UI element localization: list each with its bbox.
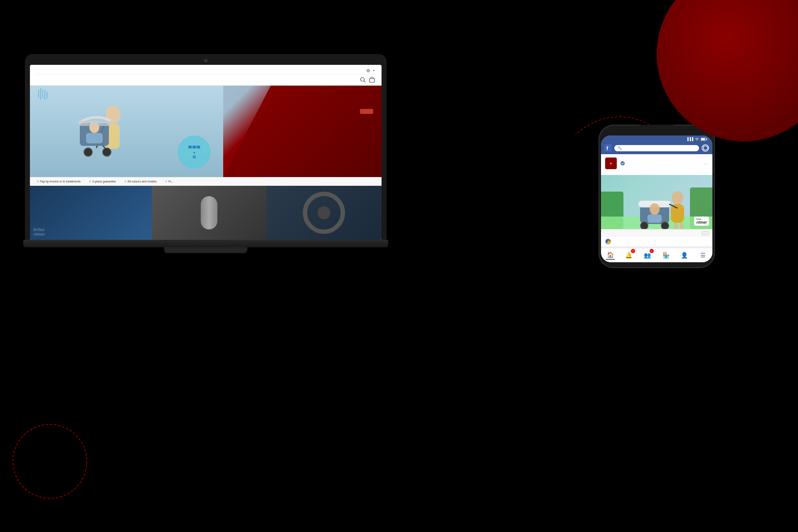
- phone-screen: ▐▐▐ f 🔍 br: [601, 135, 712, 262]
- signal-icon: ▐▐▐: [686, 137, 693, 141]
- features-bar: Pay by invoice or in instalments 2-years…: [30, 177, 382, 186]
- fb-like-icon: 👍: [605, 239, 611, 244]
- feature-colors: All colours and models: [124, 180, 157, 183]
- status-icons: ▐▐▐: [686, 137, 707, 141]
- wind-lines-decoration: [38, 90, 47, 100]
- laptop-mockup: ▾: [25, 54, 387, 253]
- website-global-header: ▾: [30, 65, 382, 74]
- svg-point-38: [661, 222, 669, 229]
- fb-logo-small: f: [604, 144, 612, 152]
- hero-dark-bg: [223, 86, 382, 177]
- svg-point-29: [672, 191, 683, 204]
- fb-page-avatar: br: [605, 158, 617, 169]
- svg-rect-36: [648, 214, 662, 223]
- fb-post-text: [601, 171, 712, 175]
- laptop-camera: [204, 59, 207, 62]
- fb-post: br ···: [601, 154, 712, 246]
- fb-verified-icon: [621, 161, 625, 165]
- product-image-grid: britaxrömer: [30, 186, 382, 240]
- hero-headline: [360, 94, 373, 104]
- svg-rect-19: [707, 138, 707, 140]
- fb-search-input[interactable]: 🔍: [614, 145, 699, 151]
- svg-point-11: [103, 148, 111, 156]
- phone-notch: [640, 125, 673, 134]
- decorative-circle-top-right: [657, 0, 798, 141]
- hero-air-badge: ≋≋≋ + ⊙: [177, 135, 211, 169]
- product-img-handle: [152, 186, 267, 240]
- laptop-screen: ▾: [30, 65, 382, 240]
- hero-content-block: [360, 94, 373, 114]
- fb-brand-in-image: britax römer: [694, 217, 709, 226]
- fb-nav-notifications[interactable]: 🔔 5: [624, 251, 633, 260]
- svg-rect-14: [86, 133, 103, 143]
- fb-buy-button[interactable]: [702, 231, 709, 235]
- svg-text:f: f: [606, 145, 608, 151]
- laptop-base: [23, 240, 388, 247]
- cart-icon[interactable]: [369, 77, 375, 83]
- fb-nav-home[interactable]: 🏠: [606, 251, 615, 260]
- svg-point-35: [650, 203, 660, 215]
- wifi-icon: [695, 138, 699, 141]
- fb-post-info: [619, 161, 625, 165]
- svg-point-10: [84, 148, 92, 156]
- nav-language[interactable]: [367, 69, 370, 72]
- svg-rect-15: [79, 121, 112, 126]
- globe-icon: [367, 69, 370, 72]
- product-img-wheel: [266, 186, 382, 240]
- laptop-stand: [164, 247, 247, 253]
- hero-stroller-illustration: [47, 90, 155, 173]
- feature-invoice: Pay by invoice or in instalments: [37, 180, 81, 183]
- laptop-shell: ▾: [25, 54, 387, 240]
- fb-more-options-icon[interactable]: ···: [703, 160, 708, 167]
- svg-point-37: [640, 222, 648, 229]
- fb-nav-friends[interactable]: 👥 1: [643, 251, 652, 260]
- battery-icon: [701, 138, 707, 141]
- fb-search-bar: f 🔍: [601, 143, 712, 154]
- feature-guarantee: 2-years guarantee: [89, 180, 116, 183]
- hero-buy-button[interactable]: [360, 109, 373, 114]
- fb-nav-menu[interactable]: ☰: [699, 251, 708, 260]
- svg-rect-32: [680, 223, 683, 229]
- fb-bottom-nav: 🏠 🔔 5 👥 1 🏪 👤 ☰: [601, 248, 712, 262]
- handle-detail: [201, 196, 217, 229]
- phone-status-bar: ▐▐▐: [601, 135, 712, 143]
- svg-rect-30: [671, 204, 684, 223]
- phone-mockup: ▐▐▐ f 🔍 br: [598, 125, 715, 268]
- notification-badge: 5: [631, 249, 635, 253]
- svg-text:👍: 👍: [606, 239, 611, 244]
- search-icon[interactable]: [360, 77, 366, 83]
- wheel-illustration: [266, 186, 382, 240]
- website-header-icons: [360, 77, 375, 83]
- language-chevron-icon: ▾: [373, 69, 375, 72]
- friend-request-badge: 1: [650, 249, 654, 253]
- fb-post-image: britax römer: [601, 175, 712, 229]
- hero-banner: ≋≋≋ + ⊙: [30, 86, 382, 177]
- decorative-circle-bottom-left: [12, 424, 87, 499]
- website-main-nav-row: [30, 74, 382, 86]
- phone-shell: ▐▐▐ f 🔍 br: [598, 125, 715, 268]
- svg-line-4: [364, 81, 366, 83]
- product-img-fabric: britaxrömer: [30, 186, 152, 240]
- fb-post-header: br ···: [601, 154, 712, 171]
- svg-point-3: [361, 78, 365, 81]
- svg-rect-5: [369, 79, 374, 82]
- svg-point-17: [318, 206, 330, 219]
- feature-free: Fr...: [165, 180, 173, 183]
- fb-nav-marketplace[interactable]: 🏪: [661, 251, 670, 260]
- fb-messenger-icon[interactable]: [702, 144, 709, 152]
- fb-source-footer: [601, 229, 712, 237]
- fb-reactions-bar: 👍: [601, 237, 712, 246]
- svg-rect-31: [674, 223, 677, 229]
- svg-rect-20: [701, 138, 705, 140]
- fb-nav-profile[interactable]: 👤: [680, 251, 689, 260]
